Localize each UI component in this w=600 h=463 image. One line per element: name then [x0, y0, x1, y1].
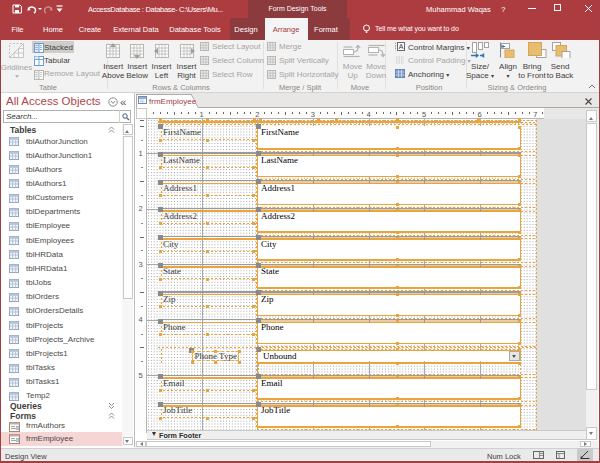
svg-text:A: A: [398, 43, 403, 50]
